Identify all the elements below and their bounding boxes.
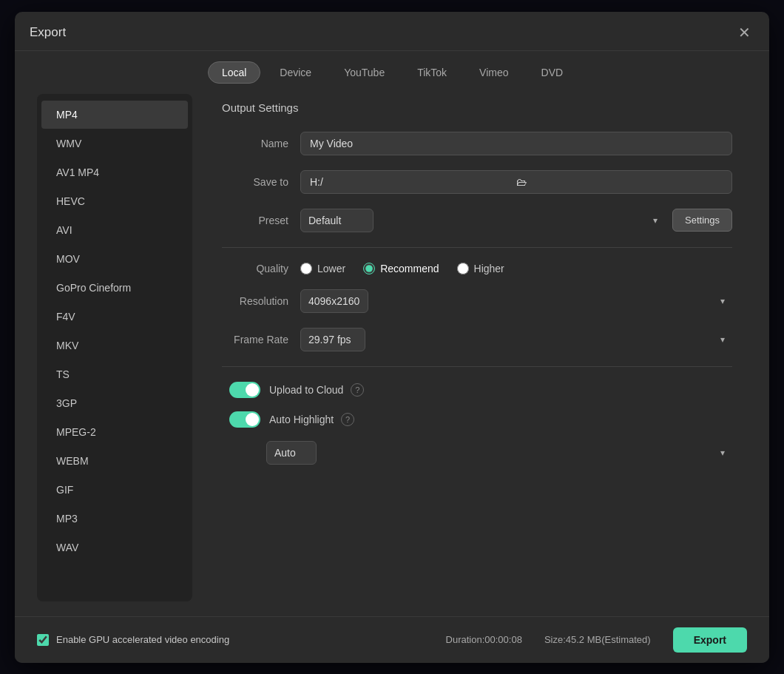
export-dialog: Export ✕ Local Device YouTube TikTok Vim… [15, 12, 769, 663]
format-item-wmv[interactable]: WMV [41, 129, 188, 158]
format-item-mov[interactable]: MOV [41, 245, 188, 273]
export-button[interactable]: Export [673, 627, 747, 653]
format-item-av1mp4[interactable]: AV1 MP4 [41, 158, 188, 186]
gpu-checkbox[interactable]: Enable GPU accelerated video encoding [37, 634, 229, 646]
dialog-body: MP4 WMV AV1 MP4 HEVC AVI MOV GoPro Cinef… [15, 94, 769, 616]
quality-lower-radio[interactable] [300, 263, 312, 274]
format-item-gopro[interactable]: GoPro Cineform [41, 274, 188, 302]
name-label: Name [222, 138, 288, 149]
tab-tiktok[interactable]: TikTok [404, 61, 460, 84]
close-button[interactable]: ✕ [734, 22, 754, 43]
quality-row: Quality Lower Recommend Higher [222, 263, 732, 274]
upload-cloud-help-icon[interactable]: ? [351, 383, 364, 397]
format-item-mpeg2[interactable]: MPEG-2 [41, 418, 188, 446]
frame-rate-label: Frame Rate [222, 334, 288, 346]
save-to-row: Save to H:/ 🗁 [222, 170, 732, 194]
resolution-select[interactable]: 4096x2160 3840x2160 1920x1080 1280x720 [300, 289, 368, 313]
format-item-avi[interactable]: AVI [41, 216, 188, 244]
size-stat: Size:45.2 MB(Estimated) [544, 634, 651, 645]
name-input[interactable] [300, 132, 732, 155]
format-item-mp4[interactable]: MP4 [41, 101, 188, 129]
upload-cloud-row: Upload to Cloud ? [222, 382, 732, 398]
quality-lower[interactable]: Lower [300, 263, 345, 274]
resolution-label: Resolution [222, 295, 288, 307]
auto-highlight-help-icon[interactable]: ? [341, 413, 354, 426]
auto-highlight-toggle[interactable] [229, 411, 260, 428]
tab-vimeo[interactable]: Vimeo [466, 61, 521, 84]
quality-higher-label: Higher [474, 263, 504, 274]
format-list: MP4 WMV AV1 MP4 HEVC AVI MOV GoPro Cinef… [37, 94, 192, 601]
frame-rate-select[interactable]: 29.97 fps 23.976 fps 25 fps 30 fps 60 fp… [300, 328, 365, 351]
quality-recommend-label: Recommend [380, 263, 439, 274]
quality-higher-radio[interactable] [457, 263, 469, 274]
save-to-value: H:/ [310, 176, 516, 188]
upload-cloud-label: Upload to Cloud [269, 384, 343, 396]
gpu-checkbox-input[interactable] [37, 634, 49, 646]
folder-icon[interactable]: 🗁 [516, 176, 723, 188]
save-to-field[interactable]: H:/ 🗁 [300, 170, 732, 194]
format-item-wav[interactable]: WAV [41, 533, 188, 562]
quality-recommend-radio[interactable] [363, 263, 375, 274]
format-item-mkv[interactable]: MKV [41, 331, 188, 360]
auto-highlight-slider [229, 411, 260, 428]
settings-button[interactable]: Settings [672, 209, 732, 232]
resolution-row: Resolution 4096x2160 3840x2160 1920x1080… [222, 289, 732, 313]
quality-radio-group: Lower Recommend Higher [300, 263, 504, 274]
format-item-f4v[interactable]: F4V [41, 303, 188, 331]
output-settings-title: Output Settings [222, 101, 732, 114]
format-item-webm[interactable]: WEBM [41, 447, 188, 475]
divider [222, 247, 732, 248]
preset-label: Preset [222, 215, 288, 226]
format-item-ts[interactable]: TS [41, 360, 188, 388]
auto-highlight-mode-row: Auto Manual [222, 441, 732, 465]
format-item-gif[interactable]: GIF [41, 476, 188, 504]
dialog-header: Export ✕ [15, 12, 769, 51]
dialog-overlay: Export ✕ Local Device YouTube TikTok Vim… [0, 0, 784, 674]
divider2 [222, 366, 732, 367]
save-to-label: Save to [222, 176, 288, 188]
tab-dvd[interactable]: DVD [528, 61, 577, 84]
upload-cloud-toggle[interactable] [229, 382, 260, 398]
tab-bar: Local Device YouTube TikTok Vimeo DVD [15, 51, 769, 94]
auto-highlight-row: Auto Highlight ? [222, 411, 732, 428]
dialog-title: Export [30, 25, 66, 40]
duration-stat: Duration:00:00:08 [446, 634, 522, 645]
preset-select[interactable]: Default Custom High Quality Low Quality [300, 209, 374, 232]
quality-label: Quality [222, 263, 288, 274]
dialog-footer: Enable GPU accelerated video encoding Du… [15, 616, 769, 663]
quality-recommend[interactable]: Recommend [363, 263, 439, 274]
tab-youtube[interactable]: YouTube [331, 61, 398, 84]
format-item-mp3[interactable]: MP3 [41, 505, 188, 533]
tab-device[interactable]: Device [266, 61, 325, 84]
format-item-hevc[interactable]: HEVC [41, 187, 188, 215]
auto-highlight-mode-select[interactable]: Auto Manual [266, 441, 317, 465]
gpu-label: Enable GPU accelerated video encoding [56, 634, 229, 645]
quality-higher[interactable]: Higher [457, 263, 504, 274]
footer-info: Duration:00:00:08 Size:45.2 MB(Estimated… [446, 627, 747, 653]
upload-cloud-slider [229, 382, 260, 398]
preset-row: Preset Default Custom High Quality Low Q… [222, 209, 732, 232]
frame-rate-row: Frame Rate 29.97 fps 23.976 fps 25 fps 3… [222, 328, 732, 351]
tab-local[interactable]: Local [208, 61, 260, 84]
name-row: Name [222, 132, 732, 155]
quality-lower-label: Lower [317, 263, 345, 274]
auto-highlight-label: Auto Highlight [269, 414, 334, 425]
format-item-3gp[interactable]: 3GP [41, 389, 188, 417]
output-panel: Output Settings Name Save to H:/ 🗁 Pr [207, 94, 747, 601]
